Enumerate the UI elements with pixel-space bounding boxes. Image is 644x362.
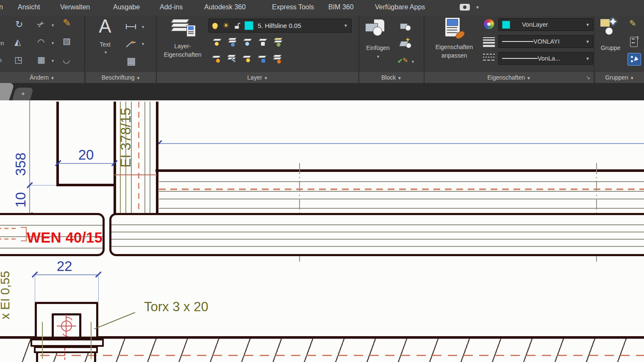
match-properties-button[interactable]: Eigenschaften anpassen — [426, 16, 482, 71]
cursor-icon — [634, 56, 639, 62]
plate-rect — [31, 339, 104, 347]
insulation-dash-line — [159, 188, 644, 190]
layer-lock-icon[interactable] — [257, 38, 268, 47]
panel-label-layer[interactable]: Layer ▼ — [157, 72, 358, 83]
group-button[interactable]: ✦ Gruppe — [596, 17, 625, 71]
create-block-icon[interactable] — [400, 22, 413, 31]
slab-dash-line — [40, 355, 644, 356]
label-ei-378: EI 378/15 — [118, 108, 134, 167]
group-edit-icon[interactable]: ✎ — [629, 19, 636, 28]
fillet-icon[interactable]: ◠ — [37, 38, 44, 46]
table-icon[interactable]: ▦ — [127, 56, 136, 66]
chevron-down-icon[interactable]: ▼ — [51, 41, 55, 45]
dimension-icon[interactable] — [125, 23, 137, 30]
column-dash-line — [138, 102, 139, 214]
explode-box-icon[interactable]: ▧ — [63, 37, 71, 45]
mirror-icon[interactable]: ◭ — [14, 38, 21, 46]
panel-label-gruppen[interactable]: Gruppen ▼ — [595, 72, 644, 83]
layer-select[interactable]: ☀ 5. Hilfsline 0.05 ▼ — [208, 19, 352, 33]
chevron-down-icon[interactable]: ▼ — [104, 50, 108, 55]
chevron-down-icon[interactable]: ▼ — [141, 42, 145, 46]
layer-unlock2-icon[interactable] — [257, 55, 268, 64]
linetype-value: VonLa... — [538, 55, 560, 62]
panel-label-beschriftung[interactable]: Beschriftung ▼ — [86, 72, 156, 83]
dim-extension-line — [35, 274, 36, 302]
layer-on-bulb-icon[interactable] — [212, 23, 218, 28]
block-attributes-icon[interactable]: ✦ — [400, 39, 413, 48]
chevron-down-icon[interactable]: ▼ — [475, 5, 480, 10]
match-brush-icon[interactable]: ✎ — [63, 18, 71, 28]
panel-aendern: en n ↻ ✂ ▼ ✎ ◭ ◠ ▼ ▧ ◳ ▦ ▼ ◡ Ändern ▼ — [0, 16, 85, 83]
panel-label-block[interactable]: Block ▼ — [359, 72, 424, 83]
ribbon-tab-bim360[interactable]: BIM 360 — [328, 3, 354, 11]
ribbon-tab-autodesk360[interactable]: Autodesk 360 — [204, 3, 246, 11]
ribbon-tab-ausgabe[interactable]: Ausgabe — [113, 3, 140, 11]
array-icon[interactable]: ▦ — [37, 55, 45, 64]
layer-color-swatch[interactable] — [244, 21, 253, 30]
panel-gruppen: ✦ Gruppe ✎ ± Gruppen ▼ — [595, 16, 644, 83]
text-tool-icon[interactable]: A — [94, 16, 117, 37]
label-ei-055: x EI 0,55 — [0, 271, 12, 319]
lineweight-select[interactable]: VONLAYI ▼ — [498, 35, 593, 48]
layer-freeze-icon[interactable] — [242, 38, 253, 47]
ribbon-tab-bar: n Ansicht Verwalten Ausgabe Add-ins Auto… — [0, 0, 644, 16]
chevron-down-icon: ▼ — [586, 56, 590, 61]
layer-change-icon[interactable] — [226, 55, 237, 64]
ribbon-tab-ansicht[interactable]: Ansicht — [18, 3, 40, 11]
layer-set-current-icon[interactable] — [226, 38, 237, 47]
wen-beam-box: WEN 40/15 — [0, 213, 105, 256]
dialog-launcher-icon[interactable]: ↘ — [586, 72, 590, 83]
chevron-down-icon[interactable]: ▼ — [51, 23, 55, 28]
chevron-down-icon[interactable]: ▼ — [141, 25, 145, 29]
chevron-down-icon: ▼ — [586, 22, 590, 27]
lineweight-icon[interactable] — [483, 37, 495, 46]
object-color-swatch — [502, 21, 510, 29]
linetype-select[interactable]: VonLa... ▼ — [498, 52, 593, 65]
layer-off-icon[interactable] — [211, 55, 222, 64]
ribbon-tab-fragment[interactable]: n — [0, 3, 3, 11]
chevron-down-icon[interactable]: ▼ — [344, 23, 348, 28]
layer-match-icon[interactable] — [272, 38, 283, 47]
panel-eigenschaften: Eigenschaften anpassen VonLayer ▼ — [425, 16, 594, 83]
dim-extension-line — [31, 185, 56, 186]
screw-shaft-line — [42, 322, 43, 359]
ribbon-tab-verfuegbare-apps[interactable]: Verfügbare Apps — [375, 3, 425, 11]
panel-layer: Layer- Eigenschaften ☀ 5. Hilfsline 0.05… — [157, 16, 359, 83]
scale-icon[interactable]: ◳ — [14, 55, 22, 64]
rotate-icon[interactable]: ↻ — [15, 20, 23, 29]
object-color-select[interactable]: VonLayer ▼ — [498, 18, 593, 31]
overkill-icon[interactable]: ◡ — [63, 55, 70, 64]
ribbon-tab-addins[interactable]: Add-ins — [160, 3, 183, 11]
trim-icon[interactable]: ✂ — [36, 19, 46, 30]
chevron-down-icon[interactable]: ▼ — [376, 55, 380, 59]
chevron-down-icon[interactable]: ▼ — [51, 59, 55, 63]
insert-block-button[interactable]: Einfügen ▼ — [362, 16, 394, 71]
ribbon-tab-verwalten[interactable]: Verwalten — [60, 3, 90, 11]
panel-label-eigenschaften[interactable]: Eigenschaften ▼ ↘ — [425, 72, 594, 83]
screw-shaft-line — [91, 322, 92, 359]
leader-icon[interactable] — [125, 40, 137, 48]
drawing-canvas[interactable]: EI 378/15 358 10 20 WEN 40/15 — [0, 100, 644, 362]
column-wall-line — [156, 102, 158, 214]
group-selection-toggle[interactable] — [627, 53, 641, 66]
layer-walk-icon[interactable] — [272, 55, 283, 64]
new-drawing-tab-button[interactable]: + — [12, 88, 34, 100]
ungroup-icon[interactable]: ± — [630, 37, 638, 47]
text-button[interactable]: Text — [94, 41, 117, 48]
dim-22: 22 — [57, 258, 72, 274]
layer-unlock-icon[interactable] — [233, 22, 240, 29]
linetype-icon[interactable] — [483, 53, 495, 62]
beam-box-right — [109, 213, 644, 256]
connect-icon[interactable] — [460, 4, 470, 11]
color-wheel-icon[interactable] — [484, 19, 494, 29]
block-editor-icon[interactable]: ✔ ✎ ▼ — [397, 57, 414, 66]
layer-thaw-all-icon[interactable] — [242, 55, 253, 64]
beam-thin-line — [159, 181, 644, 182]
leg-line — [36, 353, 38, 362]
layer-isolate-icon[interactable] — [211, 38, 222, 47]
layer-properties-button[interactable]: Layer- Eigenschaften — [160, 16, 205, 71]
panel-label-aendern[interactable]: Ändern ▼ — [0, 72, 84, 83]
ribbon-tab-express-tools[interactable]: Express Tools — [272, 3, 314, 11]
layer-thaw-sun-icon[interactable]: ☀ — [223, 21, 229, 30]
column-thin-line — [144, 102, 145, 214]
